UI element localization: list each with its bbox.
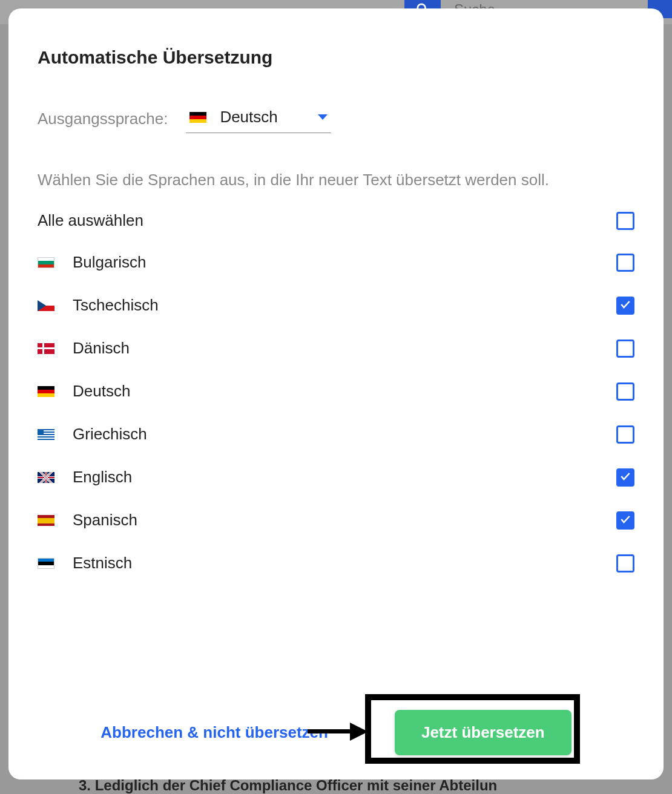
language-row[interactable]: Estnisch (38, 554, 634, 573)
flag-bg-icon (38, 257, 54, 268)
checkmark-icon (619, 513, 631, 528)
language-row[interactable]: Spanisch (38, 511, 634, 530)
modal-title: Automatische Übersetzung (38, 47, 634, 68)
chevron-down-icon (318, 114, 328, 120)
flag-es-icon (38, 515, 54, 526)
language-name: Bulgarisch (73, 253, 146, 272)
select-all-checkbox[interactable] (616, 212, 634, 230)
checkmark-icon (619, 470, 631, 485)
language-row[interactable]: Tschechisch (38, 296, 634, 315)
language-row[interactable]: Deutsch (38, 382, 634, 401)
translation-modal: Automatische Übersetzung Ausgangssprache… (8, 8, 664, 779)
source-language-dropdown[interactable]: Deutsch (186, 104, 331, 133)
language-row[interactable]: Dänisch (38, 339, 634, 358)
language-row-left: Tschechisch (38, 296, 159, 315)
language-row-left: Spanisch (38, 511, 137, 530)
language-scroll-area[interactable]: Wählen Sie die Sprachen aus, in die Ihr … (38, 168, 647, 686)
language-checkbox[interactable] (616, 511, 634, 530)
language-row-left: Estnisch (38, 554, 132, 573)
language-checkbox[interactable] (616, 340, 634, 358)
flag-de-icon (189, 112, 206, 123)
language-name: Griechisch (73, 425, 147, 444)
flag-de-icon (38, 386, 54, 397)
translate-now-button[interactable]: Jetzt übersetzen (395, 710, 572, 755)
language-checkbox[interactable] (616, 297, 634, 315)
source-language-value: Deutsch (220, 108, 305, 126)
language-checkbox[interactable] (616, 554, 634, 573)
flag-gb-icon (38, 472, 54, 483)
language-list: BulgarischTschechischDänischDeutschGriec… (38, 253, 634, 573)
language-name: Tschechisch (73, 296, 159, 315)
select-all-row[interactable]: Alle auswählen (38, 205, 634, 236)
flag-ee-icon (38, 558, 54, 569)
language-row[interactable]: Englisch (38, 468, 634, 487)
source-language-label: Ausgangssprache: (38, 110, 168, 128)
language-row[interactable]: Bulgarisch (38, 253, 634, 272)
flag-dk-icon (38, 343, 54, 354)
language-checkbox[interactable] (616, 425, 634, 444)
select-all-label: Alle auswählen (38, 211, 143, 230)
language-checkbox[interactable] (616, 254, 634, 272)
language-row-left: Englisch (38, 468, 132, 487)
language-checkbox[interactable] (616, 468, 634, 487)
language-name: Estnisch (73, 554, 132, 573)
language-row[interactable]: Griechisch (38, 425, 634, 444)
checkmark-icon (619, 298, 631, 313)
language-name: Dänisch (73, 339, 130, 358)
language-name: Deutsch (73, 382, 130, 401)
cancel-button[interactable]: Abbrechen & nicht übersetzen (100, 723, 328, 742)
source-language-row: Ausgangssprache: Deutsch (38, 104, 634, 133)
modal-footer: Abbrechen & nicht übersetzen Jetzt übers… (38, 686, 634, 755)
language-name: Englisch (73, 468, 132, 487)
language-row-left: Dänisch (38, 339, 130, 358)
instruction-text: Wählen Sie die Sprachen aus, in die Ihr … (38, 168, 634, 192)
flag-cz-icon (38, 300, 54, 311)
language-row-left: Griechisch (38, 425, 147, 444)
language-row-left: Deutsch (38, 382, 130, 401)
language-name: Spanisch (73, 511, 137, 530)
backdrop-bottom-text: 3. Lediglich der Chief Compliance Office… (79, 777, 672, 794)
language-checkbox[interactable] (616, 382, 634, 401)
language-row-left: Bulgarisch (38, 253, 146, 272)
flag-gr-icon (38, 429, 54, 440)
